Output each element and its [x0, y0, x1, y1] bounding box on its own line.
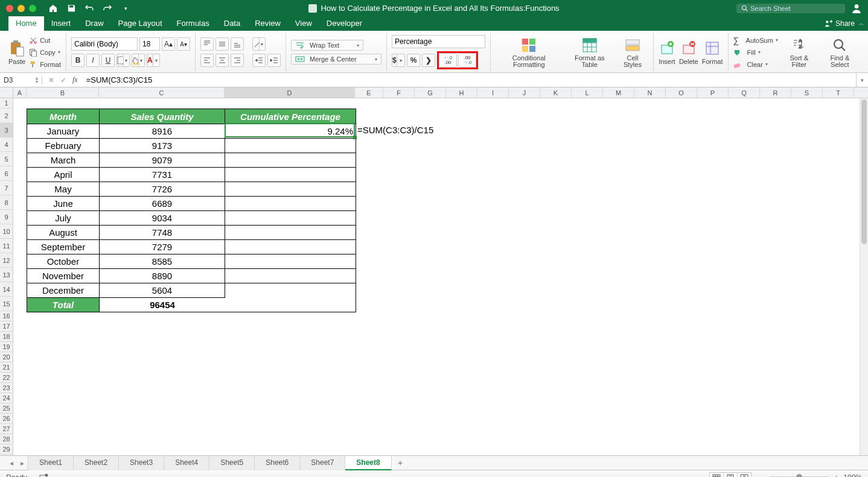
- sort-filter-button[interactable]: AZSort & Filter: [782, 37, 817, 68]
- cell-month[interactable]: December: [27, 283, 100, 297]
- fill-color-button[interactable]: ▾: [132, 54, 145, 67]
- increase-font-button[interactable]: A▴: [162, 37, 175, 51]
- delete-cells-button[interactable]: Delete: [679, 40, 698, 65]
- align-top-button[interactable]: [200, 37, 214, 51]
- align-bottom-button[interactable]: [231, 37, 244, 51]
- align-left-button[interactable]: [200, 54, 214, 67]
- autosum-button[interactable]: ∑ AutoSum ▾: [733, 35, 778, 46]
- col-header-F[interactable]: F: [383, 87, 415, 98]
- col-header-E[interactable]: E: [355, 87, 383, 98]
- font-name-combo[interactable]: [71, 37, 138, 51]
- cell-pct[interactable]: [225, 283, 356, 297]
- sheet-tab-sheet8[interactable]: Sheet8: [345, 456, 391, 470]
- col-header-B[interactable]: B: [27, 87, 99, 98]
- decrease-decimal-button[interactable]: .00→.0: [458, 53, 476, 68]
- fx-icon[interactable]: fx: [72, 75, 78, 84]
- cell-qty[interactable]: 7279: [100, 239, 225, 254]
- zoom-window-button[interactable]: [29, 5, 36, 12]
- tab-page-layout[interactable]: Page Layout: [111, 16, 170, 31]
- user-account-icon[interactable]: [851, 3, 862, 14]
- col-header-month[interactable]: Month: [27, 109, 100, 124]
- row-header-12[interactable]: 12: [0, 253, 13, 268]
- row-header-14[interactable]: 14: [0, 282, 13, 297]
- zoom-slider-thumb[interactable]: [796, 474, 802, 477]
- home-icon[interactable]: [48, 4, 58, 13]
- sheet-nav-last-icon[interactable]: ▸: [17, 459, 28, 467]
- decrease-font-button[interactable]: A▾: [177, 37, 190, 51]
- cell-qty[interactable]: 7726: [100, 182, 225, 196]
- col-header-L[interactable]: L: [572, 87, 603, 98]
- cell-pct[interactable]: [225, 268, 356, 283]
- conditional-formatting-button[interactable]: Conditional Formatting: [496, 37, 562, 68]
- accounting-format-button[interactable]: $▾: [392, 54, 405, 67]
- col-header-K[interactable]: K: [540, 87, 572, 98]
- find-select-button[interactable]: Find & Select: [820, 37, 860, 68]
- search-sheet-input[interactable]: Search Sheet: [736, 4, 845, 13]
- clear-button[interactable]: Clear ▾: [733, 59, 778, 70]
- row-header-30[interactable]: 30: [0, 455, 13, 455]
- cancel-formula-icon[interactable]: ✕: [48, 76, 54, 84]
- row-header-15[interactable]: 15: [0, 297, 13, 311]
- undo-icon[interactable]: [85, 4, 94, 13]
- row-header-3[interactable]: 3: [0, 123, 13, 137]
- col-header-D[interactable]: D: [225, 87, 355, 98]
- align-right-button[interactable]: [231, 54, 244, 67]
- page-layout-view-button[interactable]: [723, 472, 738, 478]
- cell-pct[interactable]: [225, 138, 356, 153]
- tab-formulas[interactable]: Formulas: [170, 16, 217, 31]
- worksheet-grid[interactable]: ABCDEFGHIJKLMNOPQRST 1234567891011121314…: [0, 87, 868, 455]
- close-window-button[interactable]: [6, 5, 13, 12]
- border-button[interactable]: ▾: [116, 54, 130, 67]
- tab-view[interactable]: View: [288, 16, 319, 31]
- cell-pct[interactable]: [225, 239, 356, 254]
- col-header-I[interactable]: I: [477, 87, 509, 98]
- cell-month[interactable]: June: [27, 196, 100, 210]
- font-size-combo[interactable]: [139, 37, 160, 51]
- save-icon[interactable]: [66, 4, 76, 13]
- underline-button[interactable]: U: [101, 54, 115, 67]
- add-sheet-button[interactable]: ＋: [392, 458, 409, 469]
- cell-pct[interactable]: [225, 196, 356, 210]
- tab-data[interactable]: Data: [217, 16, 247, 31]
- cell-month[interactable]: February: [27, 138, 100, 153]
- col-header-Q[interactable]: Q: [729, 87, 760, 98]
- cell-qty[interactable]: 9079: [100, 153, 225, 167]
- col-header-M[interactable]: M: [603, 87, 634, 98]
- vertical-scroll-thumb[interactable]: [861, 100, 867, 244]
- col-header-J[interactable]: J: [509, 87, 540, 98]
- sheet-nav-first-icon[interactable]: ◂: [6, 459, 17, 467]
- cell-qty[interactable]: 9034: [100, 210, 225, 225]
- cell-month[interactable]: October: [27, 254, 100, 268]
- orientation-button[interactable]: ▾: [252, 37, 266, 51]
- vertical-scrollbar[interactable]: [860, 98, 868, 455]
- cell-qty[interactable]: 9173: [100, 138, 225, 153]
- italic-button[interactable]: I: [86, 54, 100, 67]
- format-painter-button[interactable]: Format: [29, 59, 61, 70]
- sheet-tab-sheet4[interactable]: Sheet4: [164, 456, 209, 470]
- cell-month[interactable]: August: [27, 225, 100, 239]
- row-header-26[interactable]: 26: [0, 414, 13, 424]
- sheet-tab-sheet2[interactable]: Sheet2: [74, 456, 119, 470]
- minimize-window-button[interactable]: [18, 5, 25, 12]
- sheet-tab-sheet5[interactable]: Sheet5: [209, 456, 255, 470]
- cell-month[interactable]: March: [27, 153, 100, 167]
- row-header-17[interactable]: 17: [0, 321, 13, 332]
- bold-button[interactable]: B: [71, 54, 85, 67]
- merge-center-button[interactable]: Merge & Center▾: [291, 54, 381, 65]
- cell-qty[interactable]: 8585: [100, 254, 225, 268]
- row-header-22[interactable]: 22: [0, 373, 13, 383]
- row-header-25[interactable]: 25: [0, 403, 13, 414]
- row-header-28[interactable]: 28: [0, 434, 13, 444]
- row-header-27[interactable]: 27: [0, 424, 13, 434]
- zoom-in-button[interactable]: +: [834, 473, 838, 478]
- cell-pct[interactable]: [225, 210, 356, 225]
- col-header-cum-pct[interactable]: Cumulative Percentage: [225, 109, 356, 124]
- col-header-G[interactable]: G: [415, 87, 446, 98]
- row-header-24[interactable]: 24: [0, 393, 13, 403]
- macro-record-icon[interactable]: [39, 473, 49, 478]
- cell-styles-button[interactable]: Cell Styles: [617, 37, 648, 68]
- fill-button[interactable]: Fill ▾: [733, 47, 778, 58]
- row-header-18[interactable]: 18: [0, 332, 13, 342]
- align-middle-button[interactable]: [215, 37, 229, 51]
- row-header-9[interactable]: 9: [0, 210, 13, 224]
